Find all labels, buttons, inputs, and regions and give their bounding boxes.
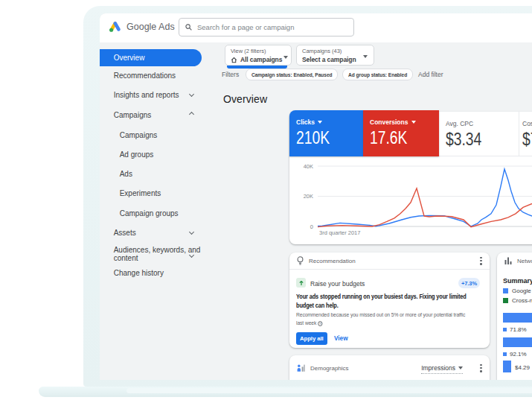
chevron-down-icon — [189, 229, 194, 235]
search-icon — [185, 24, 192, 31]
legend-item: Google search — [503, 288, 532, 294]
filter-chip[interactable]: Campaign status: Enabled, Paused — [246, 69, 338, 80]
recommendation-headline: Your ads stopped running on your busiest… — [296, 292, 481, 311]
google-ads-logo-icon — [108, 21, 121, 32]
campaign-selector[interactable]: Campaigns (43) Select a campaign — [296, 45, 374, 66]
svg-text:40K: 40K — [304, 163, 313, 170]
view-selector-caret-icon — [283, 56, 288, 59]
demographics-menu-icon[interactable] — [480, 363, 482, 373]
demographics-card: Demographics Impressions — [289, 355, 490, 380]
sidebar-item-experiments[interactable]: Experiments — [120, 190, 161, 198]
recommendation-menu-icon[interactable] — [480, 255, 482, 266]
scorecard-clicks[interactable]: Clicks210K — [289, 110, 363, 156]
chart-x-axis-label: 3rd quarter 2017 — [319, 229, 360, 236]
google-ads-logo[interactable]: Google Ads — [108, 21, 175, 32]
campaign-selector-caption: Campaigns (43) — [302, 48, 368, 54]
apply-all-button[interactable]: Apply all — [296, 332, 327, 345]
app-header: Google Ads Search for a page or campaign — [100, 13, 532, 42]
scorecard-conversions[interactable]: Conversions17.6K — [363, 110, 439, 156]
demographics-card-title: Demographics — [310, 365, 349, 372]
google-ads-app: Google Ads Search for a page or campaign… — [100, 13, 532, 380]
demographics-metric-selector[interactable]: Impressions — [421, 364, 463, 374]
filters-label: Filters — [222, 71, 239, 78]
sidebar-item-ad-groups[interactable]: Ad groups — [120, 151, 154, 159]
sidebar-item-campaigns-sub[interactable]: Campaigns — [120, 132, 158, 140]
svg-text:20K: 20K — [304, 193, 313, 200]
sidebar-item-recommendations[interactable]: Recommendations — [114, 72, 176, 80]
search-placeholder: Search for a page or campaign — [197, 23, 294, 31]
laptop-keyboard-recess — [126, 388, 532, 393]
demographics-icon — [297, 364, 305, 372]
network-bar-label: 71.8% — [503, 326, 527, 333]
campaign-selector-value: Select a campaign — [302, 56, 356, 63]
recommendation-item-title[interactable]: Raise your budgets — [310, 280, 365, 288]
chart-line-conversions — [318, 188, 532, 227]
sidebar-item-insights-and-reports[interactable]: Insights and reports — [114, 92, 179, 100]
divider — [289, 269, 490, 270]
raise-budgets-icon — [296, 278, 306, 288]
scorecard-row: Clicks210KConversions17.6KAvg. CPC$3.34C… — [289, 112, 532, 156]
legend-item: Cross-network — [503, 297, 532, 304]
chart-line-clicks — [318, 169, 532, 226]
view-selector-caption: View (2 filters) — [231, 48, 286, 54]
overview-chart-card: Clicks210KConversions17.6KAvg. CPC$3.34C… — [289, 112, 532, 244]
chevron-down-icon — [189, 92, 194, 97]
brand-name: Google Ads — [126, 22, 175, 32]
sidebar-item-overview[interactable]: Overview — [114, 54, 145, 63]
laptop-screen: Google Ads Search for a page or campaign… — [83, 6, 532, 387]
recommendation-card: Recommendation Raise your budgets +7.3% … — [289, 253, 490, 348]
sidebar-item-campaign-groups[interactable]: Campaign groups — [120, 210, 179, 218]
performance-line-chart: 40K20K03rd quarter 2017 — [289, 158, 532, 244]
home-icon — [231, 57, 237, 63]
search-input[interactable]: Search for a page or campaign — [179, 18, 354, 36]
recommendation-explanation: Recommended because you missed out on 5%… — [296, 311, 469, 327]
laptop-mockup: Google Ads Search for a page or campaign… — [0, 0, 532, 400]
svg-text:0: 0 — [310, 223, 313, 230]
info-icon[interactable]: ? — [318, 321, 322, 326]
campaign-selector-caret-icon — [363, 55, 368, 58]
network-bar — [503, 337, 532, 347]
network-bar-label: 92.1% — [503, 351, 527, 358]
sidebar-item-assets[interactable]: Assets — [114, 229, 136, 238]
sidebar-item-audiences-keywords-content[interactable]: Audiences, keywords, and content — [114, 247, 201, 262]
view-selector-value: All campaigns — [240, 56, 282, 63]
add-filter-button[interactable]: Add filter — [418, 71, 443, 78]
sidebar-item-campaigns[interactable]: Campaigns — [114, 112, 152, 120]
view-selector[interactable]: View (2 filters) All campaigns — [225, 45, 292, 66]
filter-chip[interactable]: Ad group status: Enabled — [342, 69, 413, 80]
view-link[interactable]: View — [334, 335, 348, 342]
networks-value: $4.29 — [515, 364, 530, 371]
network-bar — [503, 313, 532, 323]
scorecard-cost[interactable]: Cost$7 — [519, 112, 532, 156]
laptop-base — [39, 387, 532, 397]
bar-chart-icon — [504, 257, 512, 264]
lightbulb-icon — [297, 256, 304, 265]
chevron-up-icon — [189, 112, 194, 117]
networks-subtitle: Summary of — [503, 277, 532, 285]
page-title: Overview — [223, 93, 267, 105]
networks-card: Networks Summary of $4.29 Google searchC… — [497, 253, 532, 380]
networks-card-title: Networks — [517, 258, 532, 264]
sidebar-item-change-history[interactable]: Change history — [114, 270, 164, 278]
uplift-badge: +7.3% — [458, 278, 480, 288]
sidebar-item-ads[interactable]: Ads — [120, 171, 132, 179]
networks-value-swatch — [503, 361, 511, 372]
scorecard-avg-cpc[interactable]: Avg. CPC$3.34 — [439, 112, 519, 156]
recommendation-card-title: Recommendation — [309, 258, 356, 264]
